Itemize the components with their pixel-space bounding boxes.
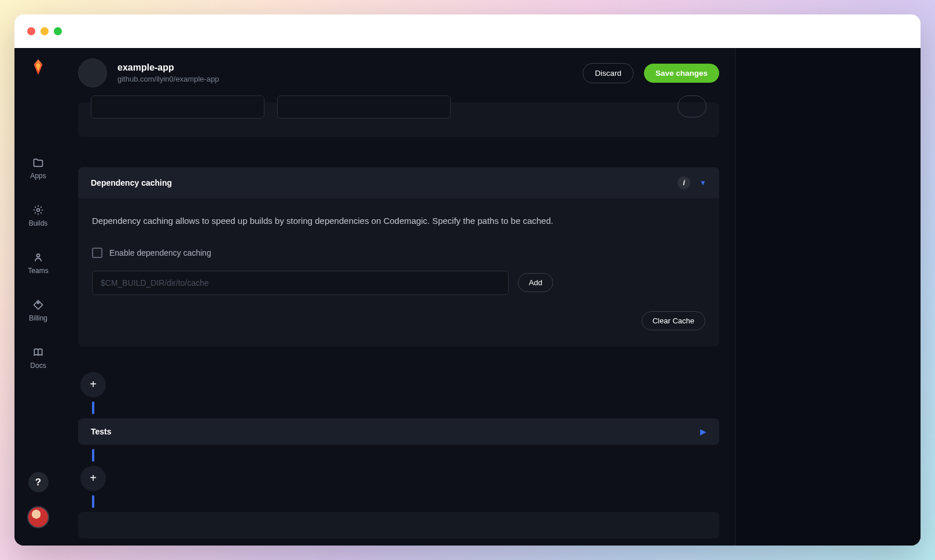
sidebar-item-label: Apps (30, 172, 46, 180)
page-header: example-app github.com/ilyin0/example-ap… (78, 48, 719, 102)
card-description: Dependency caching allows to speed up bu… (92, 215, 705, 228)
clear-cache-button[interactable]: Clear Cache (642, 311, 705, 330)
field-placeholder[interactable] (91, 95, 264, 119)
checkbox-label: Enable dependency caching (109, 248, 211, 257)
pipeline: + Tests ▶ + (78, 372, 719, 539)
titlebar (14, 14, 921, 48)
svg-point-0 (37, 209, 40, 212)
app-root: Apps Builds Teams (14, 48, 921, 546)
app-avatar (78, 58, 107, 87)
sidebar-item-label: Docs (30, 362, 46, 370)
save-changes-button[interactable]: Save changes (644, 64, 719, 83)
close-window-icon[interactable] (27, 27, 35, 35)
button-placeholder[interactable] (678, 95, 706, 117)
sidebar: Apps Builds Teams (14, 48, 62, 546)
right-panel (735, 48, 921, 546)
dependency-caching-card: Dependency caching i ▼ Dependency cachin… (78, 167, 719, 347)
cache-path-input[interactable] (92, 271, 509, 295)
app-repo: github.com/ilyin0/example-app (117, 75, 572, 83)
main-area: example-app github.com/ilyin0/example-ap… (62, 48, 921, 546)
add-step-button[interactable]: + (80, 372, 106, 397)
cache-path-row: Add (92, 271, 705, 295)
sidebar-item-label: Billing (29, 314, 47, 322)
checkbox-icon[interactable] (92, 248, 102, 258)
help-button[interactable]: ? (28, 472, 49, 492)
add-cache-path-button[interactable]: Add (518, 273, 553, 292)
sidebar-item-docs[interactable]: Docs (30, 347, 46, 370)
card-body: Dependency caching allows to speed up bu… (78, 198, 719, 347)
section-title: Tests (91, 427, 112, 436)
tests-section[interactable]: Tests ▶ (78, 418, 719, 445)
maximize-window-icon[interactable] (54, 27, 62, 35)
field-placeholder[interactable] (277, 95, 451, 119)
pipeline-connector (92, 495, 94, 508)
pipeline-connector (92, 401, 94, 414)
svg-point-2 (38, 302, 39, 304)
info-icon[interactable]: i (678, 176, 690, 189)
folder-icon (32, 157, 44, 168)
minimize-window-icon[interactable] (41, 27, 49, 35)
sidebar-item-apps[interactable]: Apps (30, 157, 46, 180)
content: example-app github.com/ilyin0/example-ap… (62, 48, 735, 546)
add-step-button[interactable]: + (80, 466, 106, 491)
tag-icon (32, 299, 44, 311)
next-section[interactable] (78, 512, 719, 539)
section-title (91, 521, 93, 530)
gear-icon (32, 204, 44, 216)
app-name: example-app (117, 62, 572, 73)
discard-button[interactable]: Discard (583, 63, 634, 83)
previous-section-tail (78, 102, 719, 137)
chevron-down-icon[interactable]: ▼ (700, 179, 706, 187)
chevron-right-icon: ▶ (700, 427, 706, 436)
app-info: example-app github.com/ilyin0/example-ap… (117, 62, 572, 83)
pipeline-connector (92, 449, 94, 462)
sidebar-item-label: Teams (28, 267, 48, 275)
user-avatar[interactable] (27, 506, 49, 528)
codemagic-logo-icon (30, 58, 47, 76)
sidebar-item-label: Builds (29, 219, 48, 227)
sidebar-item-builds[interactable]: Builds (29, 204, 48, 227)
enable-caching-checkbox-row[interactable]: Enable dependency caching (92, 248, 705, 258)
card-header: Dependency caching i ▼ (78, 167, 719, 198)
card-title: Dependency caching (91, 178, 172, 187)
svg-point-1 (37, 254, 40, 257)
sidebar-item-billing[interactable]: Billing (29, 299, 47, 322)
sidebar-item-teams[interactable]: Teams (28, 252, 48, 275)
browser-window: Apps Builds Teams (14, 14, 921, 546)
book-icon (32, 347, 44, 358)
people-icon (32, 252, 44, 263)
